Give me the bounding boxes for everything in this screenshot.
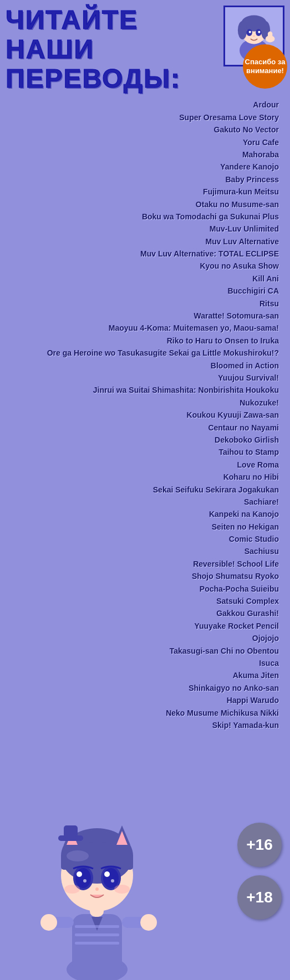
svg-point-4 bbox=[238, 21, 247, 39]
manga-list-item[interactable]: Koukou Kyuuji Zawa-san bbox=[11, 409, 279, 421]
svg-rect-49 bbox=[75, 925, 119, 928]
manga-list-item[interactable]: Shojo Shumatsu Ryoko bbox=[11, 570, 279, 582]
manga-list-item[interactable]: Maoyuu 4-Koma: Muitemasen yo, Maou-sama! bbox=[11, 322, 279, 334]
manga-list-item[interactable]: Bloomed in Action bbox=[11, 360, 279, 372]
manga-list-item[interactable]: Akuma Jiten bbox=[11, 669, 279, 681]
manga-list-item[interactable]: Baby Princess bbox=[11, 173, 279, 186]
manga-list-item[interactable]: Kanpeki na Kanojo bbox=[11, 508, 279, 520]
manga-list-item[interactable]: Neko Musume Michikusa Nikki bbox=[11, 707, 279, 719]
manga-list-item[interactable]: Jinrui wa Suitai Shimashita: Nonbirishit… bbox=[11, 384, 279, 396]
header-title: ЧИТАЙТЕ НАШИ ПЕРЕВОДЫ: bbox=[6, 6, 181, 93]
manga-list-item[interactable]: Muv Luv Alternative: TOTAL ECLIPSE bbox=[11, 248, 279, 260]
svg-point-40 bbox=[104, 871, 110, 877]
svg-point-24 bbox=[40, 914, 57, 931]
manga-list-item[interactable]: Happi Warudo bbox=[11, 694, 279, 706]
age-badges: +16 +18 bbox=[237, 823, 282, 920]
svg-point-25 bbox=[140, 914, 157, 931]
svg-point-8 bbox=[249, 31, 251, 33]
manga-list-item[interactable]: Koharu no Hibi bbox=[11, 471, 279, 483]
svg-point-46 bbox=[67, 850, 89, 861]
header-section: ЧИТАЙТЕ НАШИ ПЕРЕВОДЫ: bbox=[0, 0, 290, 96]
page-wrapper: ЧИТАЙТЕ НАШИ ПЕРЕВОДЫ: bbox=[0, 0, 290, 980]
title-line1: ЧИТАЙТЕ bbox=[6, 6, 181, 35]
thanks-text: Спасибо за внимание! bbox=[243, 58, 287, 75]
manga-list-item[interactable]: Ojojojo bbox=[11, 632, 279, 644]
manga-list-item[interactable]: Kill Ani bbox=[11, 273, 279, 285]
manga-list: ArdourSuper Oresama Love StoryGakuto No … bbox=[11, 99, 279, 731]
svg-point-39 bbox=[77, 871, 82, 877]
manga-list-item[interactable]: Kyou no Asuka Show bbox=[11, 260, 279, 272]
manga-list-item[interactable]: Ritsu bbox=[11, 297, 279, 310]
manga-list-item[interactable]: Sachiusu bbox=[11, 545, 279, 557]
character-illustration bbox=[11, 748, 189, 980]
manga-list-item[interactable]: Yandere Kanojo bbox=[11, 161, 279, 173]
manga-list-item[interactable]: Skip! Yamada-kun bbox=[11, 719, 279, 731]
manga-list-item[interactable]: Sachiare! bbox=[11, 496, 279, 508]
manga-list-item[interactable]: Super Oresama Love Story bbox=[11, 111, 279, 124]
manga-list-item[interactable]: Yoru Cafe bbox=[11, 136, 279, 148]
manga-list-item[interactable]: Shinkaigyo no Anko-san bbox=[11, 682, 279, 694]
manga-list-item[interactable]: Comic Studio bbox=[11, 533, 279, 545]
svg-point-38 bbox=[103, 868, 119, 888]
age-badge-16[interactable]: +16 bbox=[237, 823, 282, 867]
manga-list-item[interactable]: Waratte! Sotomura-san bbox=[11, 310, 279, 322]
svg-point-42 bbox=[111, 879, 114, 882]
manga-list-item[interactable]: Taihou to Stamp bbox=[11, 446, 279, 458]
manga-list-item[interactable]: Love Roma bbox=[11, 459, 279, 471]
manga-list-item[interactable]: Ore ga Heroine wo Tasukasugite Sekai ga … bbox=[11, 347, 279, 359]
manga-list-item[interactable]: Yuujou Survival! bbox=[11, 372, 279, 384]
age-badge-18[interactable]: +18 bbox=[237, 875, 282, 920]
thanks-bubble: Спасибо за внимание! bbox=[243, 44, 287, 89]
svg-point-44 bbox=[64, 885, 80, 894]
manga-list-item[interactable]: Fujimura-kun Meitsu bbox=[11, 186, 279, 198]
manga-list-item[interactable]: Satsuki Complex bbox=[11, 595, 279, 607]
svg-point-37 bbox=[75, 868, 91, 888]
svg-point-43 bbox=[95, 887, 99, 891]
svg-point-41 bbox=[83, 879, 87, 882]
title-line2: НАШИ bbox=[6, 35, 181, 64]
svg-rect-50 bbox=[75, 933, 119, 936]
svg-rect-51 bbox=[75, 942, 119, 945]
manga-list-item[interactable]: Reversible! School Life bbox=[11, 558, 279, 570]
manga-list-item[interactable]: Bucchigiri CA bbox=[11, 285, 279, 297]
manga-list-item[interactable]: Mahoraba bbox=[11, 148, 279, 161]
svg-point-9 bbox=[258, 31, 260, 33]
manga-list-item[interactable]: Muv Luv Alternative bbox=[11, 235, 279, 248]
manga-list-item[interactable]: Nukozuke! bbox=[11, 397, 279, 409]
manga-list-item[interactable]: Dekoboko Girlish bbox=[11, 434, 279, 446]
manga-list-item[interactable]: Boku wa Tomodachi ga Sukunai Plus bbox=[11, 211, 279, 223]
manga-list-item[interactable]: Centaur no Nayami bbox=[11, 422, 279, 434]
svg-rect-12 bbox=[268, 32, 272, 40]
svg-point-10 bbox=[253, 35, 255, 37]
character-section: ТАБ +16 +18 bbox=[0, 737, 290, 980]
manga-list-item[interactable]: Sekai Seifuku Sekirara Jogakukan bbox=[11, 484, 279, 496]
manga-list-item[interactable]: Gakkou Gurashi! bbox=[11, 607, 279, 619]
manga-list-item[interactable]: Yuuyake Rocket Pencil bbox=[11, 620, 279, 632]
manga-list-item[interactable]: Takasugi-san Chi no Obentou bbox=[11, 645, 279, 657]
manga-list-item[interactable]: Otaku no Musume-san bbox=[11, 198, 279, 211]
manga-list-item[interactable]: Muv-Luv Unlimited bbox=[11, 223, 279, 235]
manga-list-item[interactable]: Ardour bbox=[11, 99, 279, 111]
manga-list-item[interactable]: Pocha-Pocha Suieibu bbox=[11, 583, 279, 595]
manga-list-section: ArdourSuper Oresama Love StoryGakuto No … bbox=[0, 96, 290, 737]
manga-list-item[interactable]: Riko to Haru to Onsen to Iruka bbox=[11, 335, 279, 347]
svg-rect-48 bbox=[64, 825, 78, 838]
title-line3: ПЕРЕВОДЫ: bbox=[6, 64, 181, 94]
manga-list-item[interactable]: Seiten no Hekigan bbox=[11, 521, 279, 533]
manga-list-item[interactable]: Isuca bbox=[11, 657, 279, 669]
svg-point-45 bbox=[114, 885, 130, 894]
manga-list-item[interactable]: Gakuto No Vector bbox=[11, 124, 279, 136]
